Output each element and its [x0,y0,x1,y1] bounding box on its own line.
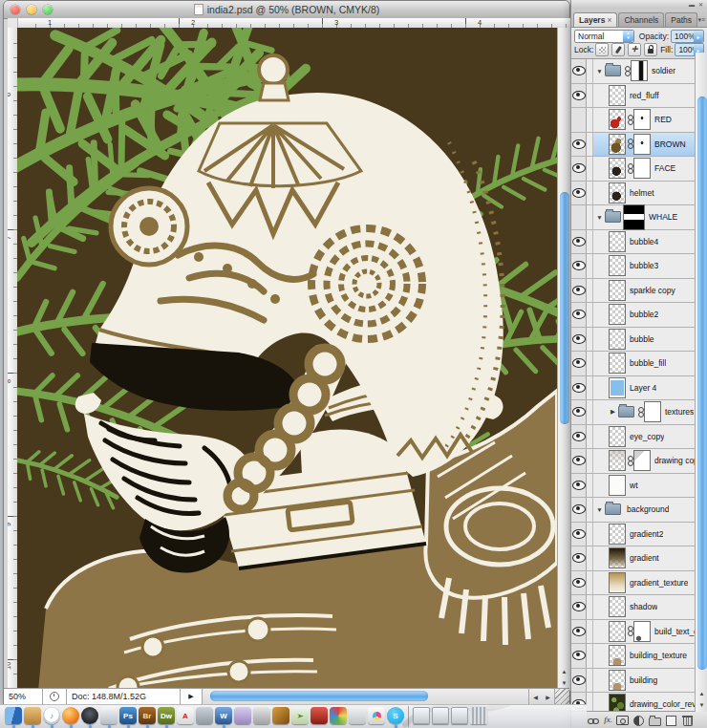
layer-name[interactable]: eye_copy [630,432,664,441]
expand-triangle-icon[interactable]: ▼ [595,214,604,221]
dock-item-swatch-fan[interactable] [329,706,348,727]
layer-thumbnail[interactable] [609,450,626,471]
scroll-right-icon[interactable]: ▶ [546,694,550,700]
visibility-toggle[interactable] [571,449,587,473]
layer-thumbnail[interactable] [609,255,626,276]
layer-name[interactable]: bubble_fill [630,358,666,368]
address-book-icon[interactable] [24,707,41,724]
layer-name[interactable]: bubble4 [630,237,658,246]
layer-row-soldier[interactable]: ▼ soldier [571,59,707,84]
layer-row-gradient2[interactable]: gradient2 [571,523,707,547]
layer-name[interactable]: background [627,504,669,514]
visibility-toggle[interactable] [571,328,587,352]
layer-row-sparkle-copy[interactable]: sparkle copy [571,279,707,304]
layer-row-helmet[interactable]: helmet [571,182,707,206]
visibility-toggle[interactable] [571,425,587,449]
bridge-icon[interactable]: Br [139,707,156,724]
photoshop-icon[interactable]: Ps [119,707,137,724]
adjustment-icon[interactable] [632,715,645,726]
grid-window-icon[interactable] [451,707,468,724]
palette-scrollbar[interactable]: ▲ ▼ [695,53,707,712]
layer-name[interactable]: sparkle copy [630,286,675,295]
new-group-icon[interactable] [649,715,661,726]
dock-item-trash[interactable] [469,706,488,727]
layer-row-building_texture[interactable]: building_texture [571,644,707,669]
layer-name[interactable]: gradient [630,553,659,563]
dock-item-finder-window[interactable] [412,706,431,727]
layer-thumbnail[interactable] [609,596,626,617]
status-menu[interactable] [43,689,67,704]
dock-item-skype[interactable]: S [386,706,405,727]
visibility-toggle[interactable] [571,644,587,668]
layer-name[interactable]: Layer 4 [630,383,656,393]
mask-thumbnail[interactable] [633,134,651,155]
dock-item-itunes[interactable]: ♪ [42,706,61,727]
tab-paths[interactable]: Paths [665,12,697,27]
canvas-area[interactable] [17,28,557,691]
layer-thumbnail[interactable] [609,377,626,398]
layer-thumbnail[interactable] [609,694,626,711]
tab-layers[interactable]: Layers× [573,12,617,27]
visibility-toggle[interactable] [571,303,587,327]
layer-row-build_text_copy[interactable]: build_text_copy [571,620,707,645]
layer-thumbnail[interactable] [609,85,626,106]
dock-item-address-book[interactable] [23,706,42,727]
link-layers-icon[interactable] [588,715,600,726]
zoom-button[interactable] [43,5,53,14]
visibility-toggle[interactable] [571,571,587,595]
horizontal-scroll-thumb[interactable] [210,691,428,701]
visibility-toggle[interactable] [571,182,587,205]
layer-row-eye_copy[interactable]: eye_copy [571,425,707,450]
horizontal-scrollbar[interactable] [203,689,529,704]
layer-row-bubble[interactable]: bubble [571,328,707,353]
dock-item-colorsync[interactable] [348,706,367,727]
visibility-toggle[interactable] [571,498,587,522]
palette-header[interactable]: ▬ ✕ [571,0,707,9]
layer-name[interactable]: RED [654,115,672,124]
opacity-flyout-icon[interactable]: ▸ [694,31,703,42]
clamp-tool-icon[interactable] [253,707,270,724]
add-mask-icon[interactable] [616,715,629,726]
layer-name[interactable]: red_fluff [630,91,659,100]
layer-thumbnail[interactable] [609,353,626,374]
layer-row-wt[interactable]: wt [571,474,707,499]
swatch-fan-icon[interactable] [330,707,347,724]
visibility-toggle[interactable] [571,230,587,254]
lock-position-button[interactable]: ✛ [628,43,641,56]
layer-name[interactable]: bubble3 [630,261,658,270]
scroll-up-icon[interactable]: ▲ [558,666,570,677]
iphoto-icon[interactable] [100,707,118,724]
new-layer-icon[interactable] [665,715,677,726]
layer-thumbnail[interactable] [609,109,626,130]
opacity-field[interactable]: 100%▸ [671,30,704,43]
layer-name[interactable]: WHALE [649,212,677,222]
layer-row-red[interactable]: RED [571,108,707,133]
layer-name[interactable]: helmet [630,188,654,198]
visibility-toggle[interactable] [571,595,587,619]
dock-item-art-tools[interactable] [271,706,290,727]
visibility-toggle[interactable] [571,205,587,229]
layer-name[interactable]: gradient_texture [630,578,688,588]
vertical-scrollbar[interactable]: ▲ ▼ [557,28,570,691]
mail-window-icon[interactable] [432,707,449,724]
dock-item-color-pie[interactable] [367,706,386,727]
vertical-scroll-thumb[interactable] [560,192,569,424]
layer-name[interactable]: bubble2 [630,310,658,319]
finder-window-icon[interactable] [413,707,430,724]
layer-name[interactable]: bubble [630,334,654,344]
visibility-toggle[interactable] [571,400,587,424]
itunes-icon[interactable]: ♪ [43,707,60,724]
palette-scroll-down-icon[interactable]: ▼ [696,699,707,711]
blend-mode-select[interactable]: Normal▲ ▼ [574,30,634,43]
mask-thumbnail[interactable] [633,109,651,130]
camera-utility-icon[interactable] [196,707,213,724]
lock-paint-button[interactable] [611,43,625,56]
visibility-toggle[interactable] [571,84,587,108]
scroll-left-icon[interactable]: ◀ [533,694,538,700]
layer-row-shadow[interactable]: shadow [571,595,707,620]
visibility-toggle[interactable] [571,133,587,157]
palette-scroll-thumb[interactable] [697,96,707,670]
dock-item-dreamweaver[interactable]: Dw [157,706,176,727]
layer-row-face[interactable]: FACE [571,157,707,182]
title-bar[interactable]: india2.psd @ 50% (BROWN, CMYK/8) [4,1,569,19]
